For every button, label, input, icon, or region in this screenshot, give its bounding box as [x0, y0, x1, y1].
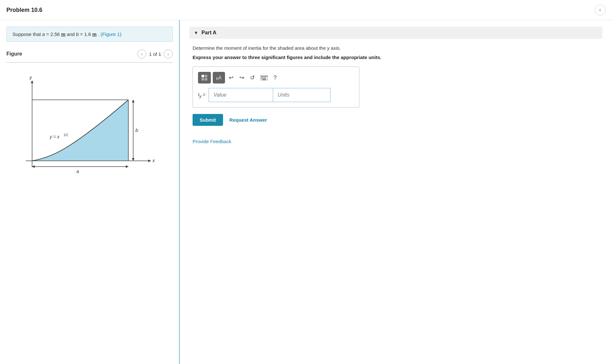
equals-sign: = [203, 92, 206, 97]
svg-rect-14 [262, 79, 266, 80]
figure-header: Figure ‹ 1 of 1 › [6, 49, 173, 58]
figure-svg: x y b [13, 71, 160, 174]
b-top-arrow [132, 100, 134, 102]
svg-rect-8 [265, 76, 266, 77]
equals-b: = 1.6 [79, 31, 92, 37]
svg-rect-11 [263, 78, 263, 79]
svg-rect-6 [263, 76, 263, 77]
redo-button[interactable]: ↪ [237, 73, 246, 82]
part-a-header[interactable]: ▼ Part A [189, 27, 602, 39]
keyboard-button[interactable] [259, 74, 270, 82]
given-info-box: Suppose that a = 2.56 m and b = 1.6 m . … [6, 27, 173, 42]
figure-prev-button[interactable]: ‹ [137, 49, 146, 58]
problem-instruction: Express your answer to three significant… [193, 55, 602, 60]
problem-title: Problem 10.6 [6, 7, 42, 13]
y-axis-label: y [29, 74, 32, 80]
main-layout: Suppose that a = 2.56 m and b = 1.6 m . … [0, 20, 612, 364]
curve-exponent: 1/2 [64, 133, 68, 137]
matrix-button[interactable] [198, 72, 211, 83]
left-panel: Suppose that a = 2.56 m and b = 1.6 m . … [0, 20, 180, 364]
right-panel: ▼ Part A Determine the moment of inertia… [180, 20, 612, 364]
svg-rect-1 [205, 75, 207, 77]
action-row: Submit Request Answer [193, 114, 602, 126]
a-left-arrow [32, 165, 35, 168]
page-header: Problem 10.6 ‹ [0, 0, 612, 20]
figure-canvas: x y b [6, 68, 173, 175]
answer-box: μÅ ↩ ↪ ↺ [193, 66, 359, 108]
svg-rect-10 [261, 78, 262, 79]
svg-rect-0 [202, 75, 204, 77]
svg-rect-5 [261, 76, 262, 77]
unit-a: m [61, 31, 65, 37]
keyboard-icon [261, 75, 268, 80]
svg-rect-3 [205, 78, 207, 81]
svg-rect-9 [266, 76, 267, 77]
part-a-body: Determine the moment of inertia for the … [189, 45, 602, 144]
input-row: Iy = [198, 88, 354, 102]
back-button[interactable]: ‹ [595, 4, 606, 15]
figure-nav: ‹ 1 of 1 › [137, 49, 173, 58]
svg-rect-2 [202, 78, 204, 81]
given-prefix: Suppose that [13, 31, 42, 37]
svg-rect-13 [265, 78, 266, 79]
part-a-collapse-arrow: ▼ [194, 30, 198, 35]
b-label: b [135, 127, 138, 133]
figure-next-button[interactable]: › [164, 49, 173, 58]
request-answer-button[interactable]: Request Answer [229, 117, 267, 123]
toolbar: μÅ ↩ ↪ ↺ [198, 72, 354, 83]
equals-a: = 2.56 [45, 31, 61, 37]
and-text: and [65, 31, 76, 37]
submit-button[interactable]: Submit [193, 114, 223, 126]
figure-link[interactable]: (Figure 1) [100, 31, 121, 37]
input-label: Iy = [198, 92, 205, 99]
curve-label: y = x [49, 134, 60, 139]
mu-button[interactable]: μÅ [213, 72, 225, 83]
svg-rect-7 [264, 76, 265, 77]
figure-count: 1 of 1 [149, 51, 161, 57]
x-axis-arrow [148, 160, 151, 162]
units-input[interactable] [273, 88, 331, 102]
unit-b: m [92, 31, 97, 37]
period: . [97, 31, 101, 37]
y-italic: y [327, 45, 330, 51]
provide-feedback-button[interactable]: Provide Feedback [193, 139, 231, 144]
value-input[interactable] [209, 88, 273, 102]
x-axis-label: x [152, 158, 155, 163]
problem-description: Determine the moment of inertia for the … [193, 45, 602, 51]
a-label: a [76, 169, 79, 174]
figure-divider [6, 62, 173, 63]
y-subscript: y [199, 94, 201, 99]
figure-section: Figure ‹ 1 of 1 › [6, 49, 173, 175]
a-variable: a [42, 31, 45, 37]
help-button[interactable]: ? [272, 73, 279, 82]
svg-rect-12 [264, 78, 265, 79]
a-right-arrow [126, 165, 128, 168]
figure-label: Figure [6, 51, 134, 57]
shaded-area [32, 100, 128, 161]
matrix-icon [201, 74, 208, 81]
b-bottom-arrow [132, 158, 134, 161]
reset-button[interactable]: ↺ [248, 73, 257, 82]
undo-button[interactable]: ↩ [227, 73, 236, 82]
y-axis-arrow [31, 81, 33, 83]
part-a-title: Part A [202, 30, 217, 36]
